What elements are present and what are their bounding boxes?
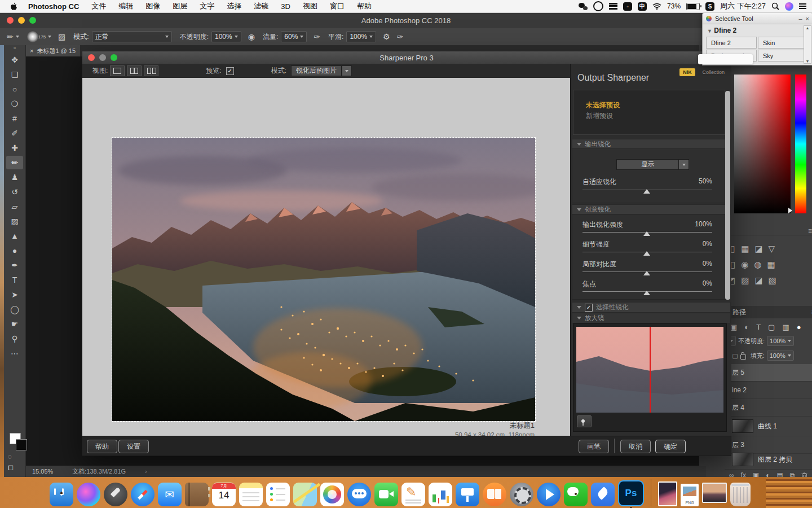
selective-button-skin[interactable]: Skin [758,37,810,49]
ok-button[interactable]: 确定 [655,440,686,453]
paths-panel-tab[interactable]: 路径≡ [725,306,812,318]
history-brush-tool[interactable]: ↺ [6,185,23,199]
document-tab[interactable]: ×未标题1 @ 15 [25,45,80,56]
threshold-icon[interactable]: ◪ [754,275,762,290]
dock-reminders-icon[interactable] [266,483,290,506]
airbrush-icon[interactable]: ✑ [314,32,320,41]
gradient-map-icon[interactable]: ▧ [769,275,776,290]
dock-file-png-icon[interactable]: PNG [681,484,699,506]
brush-preview-icon[interactable] [27,31,38,42]
dock-notes-app-icon[interactable] [591,483,615,506]
wifi-icon[interactable] [652,3,661,10]
menu-filter[interactable]: 滤镜 [248,1,275,11]
screen-mode-icon[interactable]: ⧠ [8,464,14,472]
dock-messages-icon[interactable] [347,483,371,506]
slider-value[interactable]: 0% [703,279,712,287]
color-saturation-field[interactable] [734,75,791,213]
preview-image[interactable] [112,137,536,422]
menu-select[interactable]: 选择 [220,1,248,11]
dock-wechat-icon[interactable] [564,483,588,506]
slider-thumb[interactable] [643,231,650,236]
curves-icon[interactable]: ▦ [741,244,749,259]
pen-tool[interactable]: ✒ [6,259,23,272]
dock-calendar-icon[interactable]: 7月14 [212,483,236,506]
dock-pages-icon[interactable] [401,483,425,506]
slider-track[interactable] [582,252,712,252]
slider-value[interactable]: 50% [699,177,712,185]
color-lookup-icon[interactable]: ▦ [767,260,775,274]
layer-row[interactable]: 曲线 1 [725,417,812,436]
layer-row[interactable]: 图层 2 拷贝 [725,450,812,470]
menu-window[interactable]: 窗口 [324,1,351,11]
brush-button[interactable]: 画笔 [579,440,609,453]
slider-track[interactable] [582,271,712,272]
slider-thumb[interactable] [643,271,650,275]
slider-thumb[interactable] [643,189,650,194]
selective-checkbox[interactable]: ✓ [585,304,593,312]
exposure-icon[interactable]: ◪ [754,244,762,259]
dodge-tool[interactable]: ● [6,244,23,257]
edit-toolbar-icon[interactable]: ⋯ [6,347,23,360]
loupe-pin-button[interactable] [577,415,592,427]
menu-help[interactable]: 帮助 [351,1,378,11]
preset-selected-label[interactable]: 未选择预设 [586,100,620,110]
smoothing-options-gear-icon[interactable]: ⚙ [383,32,390,41]
section-loupe[interactable]: 放大镜 [572,313,731,323]
healing-tool[interactable]: ✚ [6,141,23,155]
menu-image[interactable]: 图像 [139,1,166,11]
slider-thumb[interactable] [643,291,650,295]
screenshot-app-badge[interactable]: S [705,2,714,11]
gradient-tool[interactable]: ▨ [6,214,23,228]
eyedropper-tool[interactable]: ✐ [6,126,23,140]
layer-fill-select[interactable]: 100% [767,351,794,361]
wechat-status-icon[interactable] [579,3,588,10]
dock-file-portrait-icon[interactable] [658,481,677,506]
hue-marker-icon[interactable] [788,208,792,213]
eraser-tool[interactable]: ▱ [6,200,23,213]
layer-row[interactable]: ine 2 [725,382,812,399]
selective-scrollbar[interactable]: ▲▼ [804,25,811,64]
dock-maps-icon[interactable] [293,483,317,506]
quick-select-tool[interactable]: ❍ [6,97,23,111]
opacity-select[interactable]: 100% [211,31,241,42]
mode-select-arrow[interactable] [342,65,352,76]
dock-finder-icon[interactable] [50,483,73,506]
move-tool[interactable]: ✥ [6,53,23,67]
menu-file[interactable]: 文件 [85,1,112,11]
menubar-app-name[interactable]: Photoshop CC [22,2,85,11]
slider-value[interactable]: 0% [703,240,712,248]
dock-launchpad-icon[interactable] [104,483,127,506]
background-color-swatch[interactable] [16,439,27,450]
preview-checkbox[interactable]: ✓ [226,67,234,75]
mode-select[interactable]: 锐化后的图片 [291,65,342,76]
view-single-button[interactable] [110,65,125,76]
dock-file-landscape-icon[interactable] [702,483,727,503]
brush-tool-icon[interactable]: ✏ [7,32,14,41]
zoom-level[interactable]: 15.05% [32,468,53,475]
channel-mixer-icon[interactable]: ◍ [754,260,761,274]
dock-ibooks-icon[interactable] [483,483,506,506]
toggle-brush-panel-icon[interactable]: ▨ [58,32,65,41]
cancel-button[interactable]: 取消 [620,440,651,453]
layer-thumbnail[interactable] [732,453,753,466]
selective-button-sky[interactable]: Sky [758,50,810,62]
brush-preset-arrow[interactable] [16,36,19,38]
layer-opacity-select[interactable]: 100% [767,336,794,346]
menubar-clock[interactable]: 周六 下午2:27 [720,1,766,11]
help-button[interactable]: 帮助 [87,440,117,453]
input-source-badge[interactable]: 中 [638,2,647,11]
dock-numbers-icon[interactable] [429,483,452,506]
lasso-tool[interactable]: ○ [6,82,23,96]
dock-contacts-icon[interactable] [185,483,209,506]
slider-track[interactable] [582,291,712,292]
panel-scrollbar[interactable] [725,91,730,305]
creative-cloud-icon[interactable] [593,1,603,11]
blur-tool[interactable]: ▲ [6,229,23,243]
mic-input-icon[interactable]: ◦ [623,2,632,11]
layer-thumbnail[interactable] [732,419,753,433]
lock-all-icon[interactable] [740,354,746,360]
layer-row[interactable]: 层 5 [725,364,812,382]
dock-siri-icon[interactable] [77,483,100,506]
menu-layer[interactable]: 图层 [166,1,193,11]
posterize-icon[interactable]: ▨ [741,275,749,290]
